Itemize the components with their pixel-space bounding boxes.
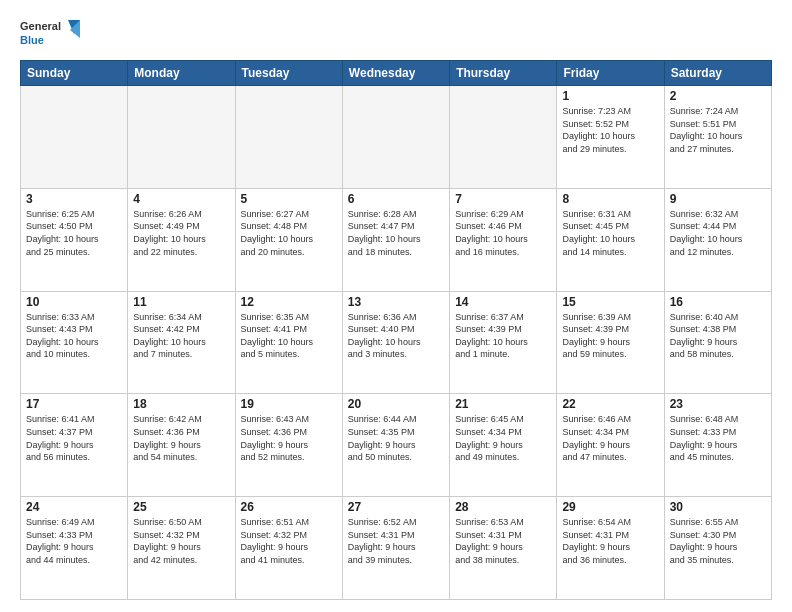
day-info: Sunrise: 6:54 AM Sunset: 4:31 PM Dayligh… xyxy=(562,516,658,566)
day-info: Sunrise: 6:28 AM Sunset: 4:47 PM Dayligh… xyxy=(348,208,444,258)
calendar-cell: 29Sunrise: 6:54 AM Sunset: 4:31 PM Dayli… xyxy=(557,497,664,600)
weekday-header-saturday: Saturday xyxy=(664,61,771,86)
weekday-header-monday: Monday xyxy=(128,61,235,86)
day-info: Sunrise: 6:51 AM Sunset: 4:32 PM Dayligh… xyxy=(241,516,337,566)
day-number: 10 xyxy=(26,295,122,309)
calendar-cell: 1Sunrise: 7:23 AM Sunset: 5:52 PM Daylig… xyxy=(557,86,664,189)
calendar-cell: 2Sunrise: 7:24 AM Sunset: 5:51 PM Daylig… xyxy=(664,86,771,189)
weekday-header-wednesday: Wednesday xyxy=(342,61,449,86)
day-number: 24 xyxy=(26,500,122,514)
day-info: Sunrise: 6:36 AM Sunset: 4:40 PM Dayligh… xyxy=(348,311,444,361)
svg-text:Blue: Blue xyxy=(20,34,44,46)
calendar-cell: 9Sunrise: 6:32 AM Sunset: 4:44 PM Daylig… xyxy=(664,188,771,291)
day-info: Sunrise: 6:49 AM Sunset: 4:33 PM Dayligh… xyxy=(26,516,122,566)
calendar-cell: 10Sunrise: 6:33 AM Sunset: 4:43 PM Dayli… xyxy=(21,291,128,394)
calendar-cell xyxy=(21,86,128,189)
calendar-cell: 22Sunrise: 6:46 AM Sunset: 4:34 PM Dayli… xyxy=(557,394,664,497)
day-number: 20 xyxy=(348,397,444,411)
weekday-header-friday: Friday xyxy=(557,61,664,86)
calendar-cell: 3Sunrise: 6:25 AM Sunset: 4:50 PM Daylig… xyxy=(21,188,128,291)
day-info: Sunrise: 6:48 AM Sunset: 4:33 PM Dayligh… xyxy=(670,413,766,463)
day-info: Sunrise: 6:42 AM Sunset: 4:36 PM Dayligh… xyxy=(133,413,229,463)
calendar-week-0: 1Sunrise: 7:23 AM Sunset: 5:52 PM Daylig… xyxy=(21,86,772,189)
weekday-header-sunday: Sunday xyxy=(21,61,128,86)
day-number: 19 xyxy=(241,397,337,411)
calendar-cell: 14Sunrise: 6:37 AM Sunset: 4:39 PM Dayli… xyxy=(450,291,557,394)
weekday-header-tuesday: Tuesday xyxy=(235,61,342,86)
day-info: Sunrise: 6:37 AM Sunset: 4:39 PM Dayligh… xyxy=(455,311,551,361)
calendar-cell: 5Sunrise: 6:27 AM Sunset: 4:48 PM Daylig… xyxy=(235,188,342,291)
calendar-cell: 26Sunrise: 6:51 AM Sunset: 4:32 PM Dayli… xyxy=(235,497,342,600)
calendar-cell: 12Sunrise: 6:35 AM Sunset: 4:41 PM Dayli… xyxy=(235,291,342,394)
day-number: 13 xyxy=(348,295,444,309)
day-number: 21 xyxy=(455,397,551,411)
day-number: 6 xyxy=(348,192,444,206)
calendar-cell: 19Sunrise: 6:43 AM Sunset: 4:36 PM Dayli… xyxy=(235,394,342,497)
day-info: Sunrise: 6:45 AM Sunset: 4:34 PM Dayligh… xyxy=(455,413,551,463)
calendar-week-3: 17Sunrise: 6:41 AM Sunset: 4:37 PM Dayli… xyxy=(21,394,772,497)
day-number: 8 xyxy=(562,192,658,206)
calendar-cell xyxy=(235,86,342,189)
day-number: 12 xyxy=(241,295,337,309)
weekday-header-thursday: Thursday xyxy=(450,61,557,86)
day-number: 11 xyxy=(133,295,229,309)
day-number: 14 xyxy=(455,295,551,309)
calendar-week-2: 10Sunrise: 6:33 AM Sunset: 4:43 PM Dayli… xyxy=(21,291,772,394)
logo-svg: General Blue xyxy=(20,16,80,52)
calendar-cell: 18Sunrise: 6:42 AM Sunset: 4:36 PM Dayli… xyxy=(128,394,235,497)
calendar-cell xyxy=(342,86,449,189)
day-info: Sunrise: 6:52 AM Sunset: 4:31 PM Dayligh… xyxy=(348,516,444,566)
calendar-cell: 21Sunrise: 6:45 AM Sunset: 4:34 PM Dayli… xyxy=(450,394,557,497)
calendar-cell: 28Sunrise: 6:53 AM Sunset: 4:31 PM Dayli… xyxy=(450,497,557,600)
calendar-cell: 30Sunrise: 6:55 AM Sunset: 4:30 PM Dayli… xyxy=(664,497,771,600)
day-number: 15 xyxy=(562,295,658,309)
day-number: 5 xyxy=(241,192,337,206)
day-info: Sunrise: 6:31 AM Sunset: 4:45 PM Dayligh… xyxy=(562,208,658,258)
svg-text:General: General xyxy=(20,20,61,32)
day-number: 9 xyxy=(670,192,766,206)
page: General Blue SundayMondayTuesdayWednesda… xyxy=(0,0,792,612)
calendar-cell: 16Sunrise: 6:40 AM Sunset: 4:38 PM Dayli… xyxy=(664,291,771,394)
calendar-cell: 13Sunrise: 6:36 AM Sunset: 4:40 PM Dayli… xyxy=(342,291,449,394)
calendar-table: SundayMondayTuesdayWednesdayThursdayFrid… xyxy=(20,60,772,600)
calendar-cell xyxy=(450,86,557,189)
day-info: Sunrise: 6:50 AM Sunset: 4:32 PM Dayligh… xyxy=(133,516,229,566)
day-info: Sunrise: 6:27 AM Sunset: 4:48 PM Dayligh… xyxy=(241,208,337,258)
day-number: 26 xyxy=(241,500,337,514)
day-info: Sunrise: 6:26 AM Sunset: 4:49 PM Dayligh… xyxy=(133,208,229,258)
day-info: Sunrise: 6:34 AM Sunset: 4:42 PM Dayligh… xyxy=(133,311,229,361)
calendar-cell: 8Sunrise: 6:31 AM Sunset: 4:45 PM Daylig… xyxy=(557,188,664,291)
calendar-week-4: 24Sunrise: 6:49 AM Sunset: 4:33 PM Dayli… xyxy=(21,497,772,600)
day-number: 25 xyxy=(133,500,229,514)
calendar-cell: 24Sunrise: 6:49 AM Sunset: 4:33 PM Dayli… xyxy=(21,497,128,600)
day-number: 22 xyxy=(562,397,658,411)
calendar-cell: 20Sunrise: 6:44 AM Sunset: 4:35 PM Dayli… xyxy=(342,394,449,497)
day-number: 30 xyxy=(670,500,766,514)
calendar-cell: 4Sunrise: 6:26 AM Sunset: 4:49 PM Daylig… xyxy=(128,188,235,291)
day-info: Sunrise: 6:33 AM Sunset: 4:43 PM Dayligh… xyxy=(26,311,122,361)
calendar-cell: 25Sunrise: 6:50 AM Sunset: 4:32 PM Dayli… xyxy=(128,497,235,600)
calendar-cell: 15Sunrise: 6:39 AM Sunset: 4:39 PM Dayli… xyxy=(557,291,664,394)
day-info: Sunrise: 6:46 AM Sunset: 4:34 PM Dayligh… xyxy=(562,413,658,463)
day-info: Sunrise: 6:35 AM Sunset: 4:41 PM Dayligh… xyxy=(241,311,337,361)
calendar-cell: 6Sunrise: 6:28 AM Sunset: 4:47 PM Daylig… xyxy=(342,188,449,291)
day-number: 18 xyxy=(133,397,229,411)
day-info: Sunrise: 6:25 AM Sunset: 4:50 PM Dayligh… xyxy=(26,208,122,258)
calendar-cell: 7Sunrise: 6:29 AM Sunset: 4:46 PM Daylig… xyxy=(450,188,557,291)
day-number: 29 xyxy=(562,500,658,514)
calendar-cell: 11Sunrise: 6:34 AM Sunset: 4:42 PM Dayli… xyxy=(128,291,235,394)
calendar-cell xyxy=(128,86,235,189)
calendar-cell: 17Sunrise: 6:41 AM Sunset: 4:37 PM Dayli… xyxy=(21,394,128,497)
day-info: Sunrise: 6:41 AM Sunset: 4:37 PM Dayligh… xyxy=(26,413,122,463)
day-info: Sunrise: 7:24 AM Sunset: 5:51 PM Dayligh… xyxy=(670,105,766,155)
day-info: Sunrise: 6:55 AM Sunset: 4:30 PM Dayligh… xyxy=(670,516,766,566)
day-info: Sunrise: 6:39 AM Sunset: 4:39 PM Dayligh… xyxy=(562,311,658,361)
day-info: Sunrise: 6:53 AM Sunset: 4:31 PM Dayligh… xyxy=(455,516,551,566)
logo: General Blue xyxy=(20,16,80,52)
calendar-week-1: 3Sunrise: 6:25 AM Sunset: 4:50 PM Daylig… xyxy=(21,188,772,291)
day-number: 17 xyxy=(26,397,122,411)
day-info: Sunrise: 6:44 AM Sunset: 4:35 PM Dayligh… xyxy=(348,413,444,463)
day-number: 7 xyxy=(455,192,551,206)
day-number: 27 xyxy=(348,500,444,514)
day-number: 1 xyxy=(562,89,658,103)
